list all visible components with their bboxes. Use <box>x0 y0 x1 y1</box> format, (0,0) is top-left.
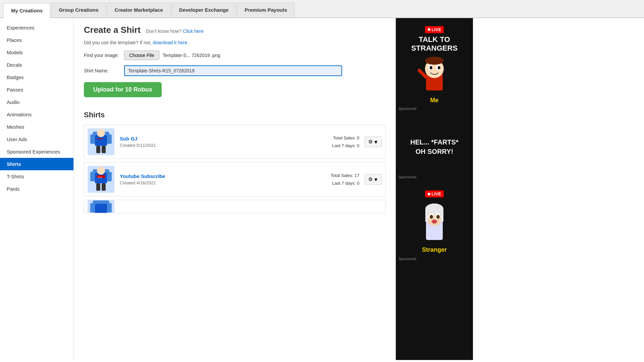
sidebar-item-sponsored-experiences[interactable]: Sponsored Experiences <box>0 145 73 158</box>
click-here-link[interactable]: Click here <box>183 28 204 34</box>
shirt-name-input[interactable] <box>124 65 342 76</box>
svg-rect-18 <box>93 200 109 204</box>
live-dot-3 <box>428 193 430 195</box>
shirt-avatar-svg-2: SUB <box>88 166 114 193</box>
shirt-name-link[interactable]: Sub GJ <box>120 136 332 141</box>
ad-block-2[interactable]: HEL... *FARTS* OH SORRY! Sponsored <box>396 113 473 180</box>
ad-username-1: Me <box>430 97 438 104</box>
ad-title-1: TALK TOSTRANGERS <box>411 35 458 53</box>
svg-line-29 <box>419 70 426 77</box>
total-sales-value-2: 17 <box>355 173 359 178</box>
create-shirt-section: Create a Shirt Don't know how? Click her… <box>84 25 386 97</box>
svg-rect-8 <box>99 138 103 139</box>
tab-my-creations[interactable]: My Creations <box>3 3 50 18</box>
live-label-3: LIVE <box>432 191 441 196</box>
tab-developer-exchange[interactable]: Developer Exchange <box>171 3 236 17</box>
find-image-label: Find your image: <box>84 53 121 58</box>
sidebar-item-animations[interactable]: Animations <box>0 108 73 121</box>
sidebar-item-passes[interactable]: Passes <box>0 83 73 96</box>
svg-rect-5 <box>102 146 106 153</box>
ad-line1: HEL... *FARTS* <box>410 138 458 146</box>
shirt-name-row: Shirt Name: <box>84 65 386 76</box>
shirt-created-date-2: Created 4/16/2021 <box>120 180 331 185</box>
gear-icon-2: ⚙ <box>368 176 373 182</box>
svg-rect-19 <box>90 203 95 213</box>
sponsored-label-1: Sponsored <box>398 107 416 111</box>
total-sales-label-2: Total Sales: <box>331 173 353 178</box>
svg-point-6 <box>97 129 105 137</box>
shirt-created-date: Created 5/11/2021 <box>120 143 332 148</box>
svg-point-27 <box>438 66 440 69</box>
shirt-stats: Total Sales: 0 Last 7 days: 0 <box>332 134 359 150</box>
svg-point-37 <box>430 215 433 219</box>
shirt-name-link-2[interactable]: Youtube Subscribe <box>120 173 331 179</box>
svg-point-38 <box>436 215 440 219</box>
svg-rect-21 <box>95 204 107 213</box>
main-layout: Experiences Places Models Decals Badges … <box>0 18 644 360</box>
tab-group-creations[interactable]: Group Creations <box>51 3 106 17</box>
svg-point-39 <box>432 220 437 224</box>
tab-creator-marketplace[interactable]: Creator Marketplace <box>107 3 171 17</box>
sidebar-item-badges[interactable]: Badges <box>0 71 73 83</box>
content-area: Create a Shirt Don't know how? Click her… <box>74 18 396 360</box>
file-name-display: Template-S... 7262019 .png <box>163 53 220 58</box>
ad-character-svg-1 <box>418 55 451 96</box>
sidebar-item-tshirts[interactable]: T-Shirts <box>0 170 73 183</box>
sidebar-item-decals[interactable]: Decals <box>0 59 73 71</box>
svg-rect-14 <box>102 183 106 191</box>
total-sales-label: Total Sales: <box>333 135 356 140</box>
svg-rect-1 <box>90 134 95 144</box>
sidebar-item-experiences[interactable]: Experiences <box>0 21 73 34</box>
sidebar-item-models[interactable]: Models <box>0 46 73 59</box>
ad-block-1[interactable]: LIVE TALK TOSTRANGERS Me <box>396 18 473 112</box>
live-badge-3: LIVE <box>425 190 444 197</box>
sidebar-item-user-ads[interactable]: User Ads <box>0 133 73 145</box>
tab-premium-payouts[interactable]: Premium Payouts <box>237 3 295 17</box>
dropdown-arrow-icon: ▼ <box>373 139 378 145</box>
choose-file-button[interactable]: Choose File <box>124 51 159 60</box>
ad-username-3: Stranger <box>422 246 447 253</box>
ad-block-3[interactable]: LIVE Stranger <box>396 182 473 262</box>
sidebar-item-meshes[interactable]: Meshes <box>0 121 73 133</box>
sponsored-label-3: Sponsored <box>398 257 416 261</box>
download-template-link[interactable]: download it here. <box>153 40 189 45</box>
gear-button[interactable]: ⚙ ▼ <box>365 136 382 147</box>
shirt-info-2: Youtube Subscribe Created 4/16/2021 <box>120 173 331 185</box>
find-image-row: Find your image: Choose File Template-S.… <box>84 51 386 60</box>
ad-sidebar: LIVE TALK TOSTRANGERS Me <box>396 18 473 360</box>
svg-text:SUB: SUB <box>98 176 102 178</box>
total-sales-row-2: Total Sales: 17 <box>331 172 359 179</box>
shirt-name-label: Shirt Name: <box>84 68 121 73</box>
svg-rect-7 <box>97 138 99 139</box>
ad-character-svg-3 <box>418 201 451 245</box>
shirts-section: Shirts <box>84 111 386 213</box>
svg-point-28 <box>425 57 444 65</box>
subtitle: Don't know how? Click here <box>146 28 204 34</box>
sidebar: Experiences Places Models Decals Badges … <box>0 18 74 360</box>
last7-label-2: Last 7 days: <box>332 181 356 186</box>
sidebar-item-pants[interactable]: Pants <box>0 183 73 195</box>
svg-rect-13 <box>96 183 100 191</box>
sidebar-item-shirts[interactable]: Shirts <box>0 158 73 170</box>
shirt-avatar-svg <box>88 128 114 155</box>
live-label-1: LIVE <box>432 27 441 32</box>
shirt-thumbnail-3 <box>88 200 114 213</box>
shirt-stats-2: Total Sales: 17 Last 7 days: 0 <box>331 172 359 187</box>
page-title: Create a Shirt <box>84 25 141 35</box>
upload-button[interactable]: Upload for 10 Robux <box>84 82 162 97</box>
total-sales-row: Total Sales: 0 <box>332 134 359 142</box>
last7-label: Last 7 days: <box>332 143 356 148</box>
sponsored-label-2: Sponsored <box>398 175 416 179</box>
svg-point-26 <box>430 66 432 69</box>
shirt-thumbnail: SUB <box>88 166 114 193</box>
svg-rect-20 <box>107 203 112 213</box>
svg-rect-33 <box>425 209 428 222</box>
svg-rect-4 <box>96 146 100 153</box>
total-sales-value: 0 <box>357 135 359 140</box>
sidebar-item-places[interactable]: Places <box>0 34 73 46</box>
shirt-item: Sub GJ Created 5/11/2021 Total Sales: 0 … <box>84 125 386 159</box>
sidebar-item-audio[interactable]: Audio <box>0 96 73 108</box>
gear-icon: ⚙ <box>368 139 373 145</box>
gear-button-2[interactable]: ⚙ ▼ <box>365 174 382 185</box>
template-notice-text: Did you use the template? If not, <box>84 40 152 45</box>
